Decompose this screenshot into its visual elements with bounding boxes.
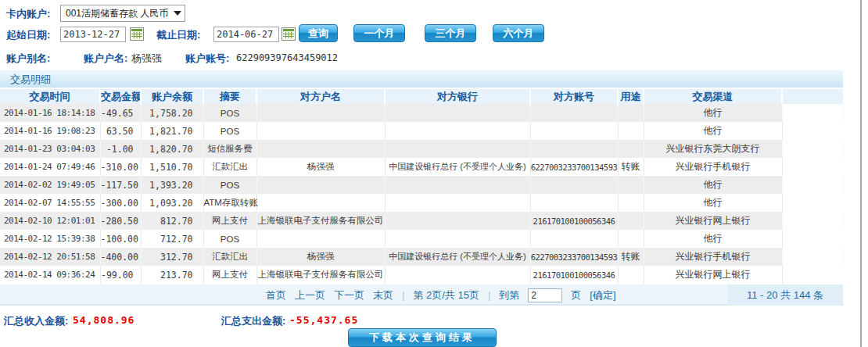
cell-counterparty-bank [385, 122, 530, 140]
cell-summary: 汇款汇出 [203, 158, 256, 176]
cell-counterparty-bank [385, 266, 530, 284]
cell-purpose: 转账 [618, 158, 644, 176]
cell-counterparty-name [256, 122, 385, 140]
end-date-input[interactable] [213, 27, 279, 42]
account-label: 卡内账户: [6, 7, 50, 21]
cell-amount: -117.50 [100, 176, 141, 194]
cell-counterparty-name [256, 140, 385, 158]
column-header-balance: 账户余额 [141, 89, 203, 104]
cell-summary: 短信服务费 [203, 140, 256, 158]
account-select[interactable]: 001活期储蓄存款 人民币 [60, 5, 185, 22]
cell-amount: -300.00 [100, 194, 141, 212]
goto-suffix: 页 [571, 288, 581, 302]
cell-counterparty-account [530, 176, 618, 194]
cell-channel: 兴业银行网上银行 [644, 266, 782, 284]
cell-counterparty-account [530, 230, 618, 248]
download-results-button[interactable]: 下载本次查询结果 [348, 328, 497, 347]
table-row: 2014-02-14 09:36:24-99.00213.70网上支付上海银联电… [0, 266, 843, 284]
cell-time: 2014-02-12 15:39:38 [0, 230, 100, 248]
cell-counterparty-name [256, 194, 385, 212]
cell-balance: 213.70 [141, 266, 203, 284]
goto-page-input[interactable] [528, 288, 562, 302]
column-header-counterparty-bank: 对方银行 [385, 89, 530, 104]
window-edge-line [860, 0, 862, 347]
prev-page-link[interactable]: 上一页 [295, 288, 325, 302]
account-no-value: 622909397643459012 [236, 52, 338, 63]
table-row: 2014-01-24 07:49:46-310.001,510.70汇款汇出杨强… [0, 158, 843, 176]
cell-counterparty-name: 杨强强 [256, 248, 385, 266]
transactions-table: 交易时间交易金额账户余额摘要对方户名对方银行对方账号用途交易渠道 2014-01… [0, 89, 844, 284]
table-row: 2014-02-07 14:55:55-300.001,093.20ATM存取转… [0, 194, 843, 212]
cell-channel: 他行 [644, 122, 782, 140]
income-value: 54,808.96 [73, 314, 135, 326]
goto-confirm-link[interactable]: [确定] [590, 288, 615, 302]
cell-counterparty-account [530, 104, 618, 122]
cell-balance: 1,093.20 [141, 194, 203, 212]
cell-purpose [618, 176, 644, 194]
last-page-link[interactable]: 末页 [373, 288, 393, 302]
cell-balance: 1,821.70 [141, 122, 203, 140]
calendar-icon[interactable] [282, 27, 296, 41]
table-row: 2014-01-23 03:04:03-1.001,820.70短信服务费兴业银… [0, 140, 843, 158]
record-range-info: 11 - 20 共 144 条 [727, 284, 843, 306]
cell-counterparty-account: 216170100100056346 [530, 266, 618, 284]
cell-purpose [618, 212, 644, 230]
section-bar: 交易明细 [0, 70, 843, 88]
column-header-purpose: 用途 [618, 89, 644, 104]
query-button[interactable]: 查询 [299, 24, 338, 42]
first-page-link[interactable]: 首页 [266, 288, 286, 302]
cell-balance: 1,510.70 [141, 158, 203, 176]
cell-time: 2014-01-16 18:14:18 [0, 104, 100, 122]
table-row: 2014-01-16 18:14:18-49.651,758.20POS他行 [0, 104, 843, 122]
income-label: 汇总收入金额: [4, 314, 68, 328]
goto-label: 到第 [499, 288, 519, 302]
separator: | [402, 289, 404, 301]
six-month-button[interactable]: 六个月 [493, 24, 544, 42]
page-info: 第 2页/共 15页 [413, 288, 479, 302]
cell-amount: 63.50 [100, 122, 141, 140]
cell-counterparty-bank [385, 176, 530, 194]
cell-time: 2014-01-23 03:04:03 [0, 140, 100, 158]
start-date-input[interactable] [60, 27, 126, 42]
cell-summary: ATM存取转账 [203, 194, 256, 212]
separator: | [488, 289, 490, 301]
cell-counterparty-name [256, 104, 385, 122]
cell-amount: -100.00 [100, 230, 141, 248]
next-page-link[interactable]: 下一页 [334, 288, 364, 302]
cell-purpose [618, 122, 644, 140]
cell-counterparty-bank [385, 230, 530, 248]
cell-amount: -49.65 [100, 104, 141, 122]
holder-value: 杨强强 [131, 52, 162, 66]
section-title: 交易明细 [10, 73, 51, 87]
cell-purpose [618, 194, 644, 212]
column-header-spacer [782, 89, 843, 104]
column-header-time: 交易时间 [0, 89, 100, 104]
holder-label: 账户户名: [84, 52, 127, 66]
cell-time: 2014-01-16 19:08:23 [0, 122, 100, 140]
cell-summary: POS [203, 176, 256, 194]
cell-purpose [618, 230, 644, 248]
cell-counterparty-bank: 中国建设银行总行 (不受理个人业务) [385, 158, 530, 176]
chevron-down-icon [174, 11, 181, 16]
cell-counterparty-account: 216170100100056346 [530, 212, 618, 230]
cell-channel: 他行 [644, 230, 782, 248]
cell-spacer [782, 122, 843, 140]
cell-channel: 兴业银行网上银行 [644, 212, 782, 230]
cell-counterparty-bank: 中国建设银行总行 (不受理个人业务) [385, 248, 530, 266]
cell-counterparty-name: 杨强强 [256, 158, 385, 176]
cell-counterparty-account [530, 194, 618, 212]
calendar-icon[interactable] [130, 27, 144, 41]
cell-time: 2014-02-10 12:01:01 [0, 212, 100, 230]
cell-channel: 兴业银行手机银行 [644, 248, 782, 266]
three-month-button[interactable]: 三个月 [425, 24, 476, 42]
cell-balance: 712.70 [141, 230, 203, 248]
cell-purpose [618, 104, 644, 122]
cell-amount: -400.00 [100, 248, 141, 266]
cell-amount: -1.00 [100, 140, 141, 158]
cell-spacer [782, 248, 843, 266]
cell-balance: 1,393.20 [141, 176, 203, 194]
table-row: 2014-01-16 19:08:2363.501,821.70POS他行 [0, 122, 843, 140]
cell-counterparty-name: 上海银联电子支付服务有限公司 [256, 212, 385, 230]
one-month-button[interactable]: 一个月 [353, 24, 405, 42]
cell-time: 2014-02-02 19:49:05 [0, 176, 100, 194]
